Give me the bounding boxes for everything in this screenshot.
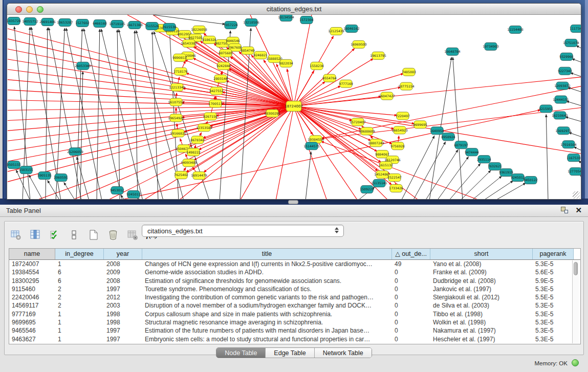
graph-node[interactable]: 8875685 xyxy=(219,49,233,57)
citation-edge[interactable] xyxy=(413,142,446,200)
graph-node[interactable]: 17016504 xyxy=(560,141,577,148)
table-cell[interactable]: 1998 xyxy=(104,310,142,318)
graph-node[interactable]: 9756928 xyxy=(390,142,405,150)
graph-node[interactable]: 26053340 xyxy=(75,62,91,70)
table-cell[interactable]: 1997 xyxy=(104,326,142,335)
citation-edge[interactable] xyxy=(495,183,526,200)
table-cell[interactable]: 0 xyxy=(392,326,430,335)
citation-edge[interactable] xyxy=(80,72,83,200)
table-select-dropdown[interactable]: citations_edges.txt xyxy=(142,225,344,237)
citation-edge[interactable] xyxy=(294,106,327,200)
table-cell[interactable]: 1997 xyxy=(104,335,142,343)
table-cell[interactable]: 1 xyxy=(55,260,104,268)
table-cell[interactable]: 5.3E-5 xyxy=(533,318,574,326)
table-row[interactable]: 946554611997Estimation of the future num… xyxy=(9,326,580,335)
citation-edge[interactable] xyxy=(483,181,513,200)
citation-edge[interactable] xyxy=(8,100,294,106)
graph-node[interactable]: 16914479 xyxy=(191,172,207,180)
table-cell[interactable]: Tourette syndrome. Phenomenology and cla… xyxy=(142,285,392,293)
graph-node[interactable]: 9699695 xyxy=(413,121,427,128)
window-resize-grip[interactable] xyxy=(573,191,580,199)
citation-edge[interactable] xyxy=(565,117,581,122)
memory-status-indicator[interactable] xyxy=(572,359,579,366)
graph-node[interactable]: 9361919 xyxy=(499,169,513,177)
select-column-icon[interactable] xyxy=(29,229,41,241)
graph-node[interactable]: 1498222 xyxy=(186,148,201,156)
graph-node[interactable]: 1527602 xyxy=(75,19,90,27)
column-header-name[interactable]: name xyxy=(9,249,55,259)
graph-node[interactable]: 1615132 xyxy=(379,162,393,169)
graph-node[interactable]: 12770543 xyxy=(568,168,581,176)
graph-node[interactable]: 1835728 xyxy=(7,17,21,25)
citation-edge[interactable] xyxy=(546,114,548,200)
table-row[interactable]: 977716911998Corpus callosum shape and si… xyxy=(9,310,580,318)
table-cell[interactable]: Stergiakouli et al. (2012) xyxy=(430,293,533,301)
table-cell[interactable]: Hescheler et al. (1997) xyxy=(430,335,533,343)
citation-edge[interactable] xyxy=(152,32,158,200)
citation-edge[interactable] xyxy=(294,106,397,116)
citation-edge[interactable] xyxy=(117,30,120,200)
table-cell[interactable]: 18300295 xyxy=(9,277,55,285)
table-row[interactable]: 911546021997Tourette syndrome. Phenomeno… xyxy=(9,285,580,293)
panel-splitter-handle[interactable] xyxy=(288,200,298,204)
graph-node[interactable]: 7857224 xyxy=(224,21,238,29)
citation-edge[interactable] xyxy=(569,133,581,137)
graph-node[interactable]: 12353584 xyxy=(196,124,212,132)
graph-node[interactable]: 2060591 xyxy=(54,174,68,182)
table-cell[interactable]: 5.6E-5 xyxy=(533,268,574,276)
column-header-short[interactable]: short xyxy=(430,249,533,259)
graph-node[interactable]: 9450122 xyxy=(524,177,538,184)
graph-node[interactable]: 15144575 xyxy=(303,142,320,150)
graph-node[interactable]: 19654925 xyxy=(168,114,184,122)
table-cell[interactable]: 0 xyxy=(392,335,430,343)
graph-node[interactable]: 1733426 xyxy=(389,185,403,192)
graph-node[interactable]: 16543382 xyxy=(181,39,197,47)
table-cell[interactable]: 22420046 xyxy=(9,293,55,301)
table-row[interactable]: 969969511998Structural magnetic resonanc… xyxy=(9,318,580,326)
citation-edge[interactable] xyxy=(8,90,294,106)
table-cell[interactable]: 2 xyxy=(55,293,104,301)
graph-node[interactable]: 20691406 xyxy=(39,18,56,26)
column-header-title[interactable]: title xyxy=(142,249,392,259)
citation-edge[interactable] xyxy=(294,106,362,129)
graph-node[interactable]: 9453012 xyxy=(110,187,124,194)
table-cell[interactable]: 1998 xyxy=(104,318,142,326)
table-row[interactable]: 1938455462009Genome-wide association stu… xyxy=(9,268,580,276)
citation-edge[interactable] xyxy=(294,15,312,106)
graph-node[interactable]: 9777169 xyxy=(339,80,353,87)
graph-node[interactable]: 18775154 xyxy=(398,82,415,90)
graph-node[interactable]: 11154408 xyxy=(507,26,524,33)
citation-edge[interactable] xyxy=(8,106,294,151)
graph-node[interactable]: 9246821 xyxy=(253,51,268,59)
graph-node[interactable]: 10653287 xyxy=(57,18,73,26)
float-panel-icon[interactable] xyxy=(561,207,568,213)
table-cell[interactable]: 0 xyxy=(392,301,430,310)
graph-node[interactable]: 18226058 xyxy=(191,26,207,33)
table-cell[interactable]: 1997 xyxy=(104,285,142,293)
citation-edge[interactable] xyxy=(567,101,581,106)
window-titlebar[interactable]: citations_edges.txt xyxy=(7,4,581,15)
graph-node[interactable]: 16654923 xyxy=(391,126,408,134)
table-cell[interactable]: Tibbo et al. (1998) xyxy=(430,310,533,318)
graph-node[interactable]: 8427552 xyxy=(209,87,224,95)
table-cell[interactable]: 0 xyxy=(392,318,430,326)
table-cell[interactable]: 1 xyxy=(55,318,104,326)
table-cell[interactable]: Estimation of the future numbers of pati… xyxy=(142,326,392,335)
table-cell[interactable]: 5.3E-5 xyxy=(533,310,574,318)
table-cell[interactable]: 19384554 xyxy=(9,268,55,276)
table-settings-icon[interactable] xyxy=(10,229,22,241)
select-rows-icon[interactable] xyxy=(49,229,61,241)
graph-node[interactable]: 7615538 xyxy=(162,23,177,31)
column-header-pagerank[interactable]: pagerank xyxy=(533,249,574,259)
citation-edge[interactable] xyxy=(574,147,581,151)
table-cell[interactable]: 5.3E-5 xyxy=(533,335,574,343)
table-cell[interactable]: 2012 xyxy=(104,293,142,301)
graph-node[interactable]: 16648784 xyxy=(444,48,461,55)
graph-node[interactable]: 9242844 xyxy=(216,62,231,70)
table-cell[interactable]: 2 xyxy=(55,301,104,310)
network-canvas[interactable]: 1872400774638228860128891295418226058982… xyxy=(7,15,581,200)
table-scrollbar[interactable] xyxy=(572,260,579,343)
table-cell[interactable]: 6 xyxy=(55,277,104,285)
table-cell[interactable]: 5.9E-5 xyxy=(533,277,574,285)
table-cell[interactable]: 18724007 xyxy=(9,260,55,268)
